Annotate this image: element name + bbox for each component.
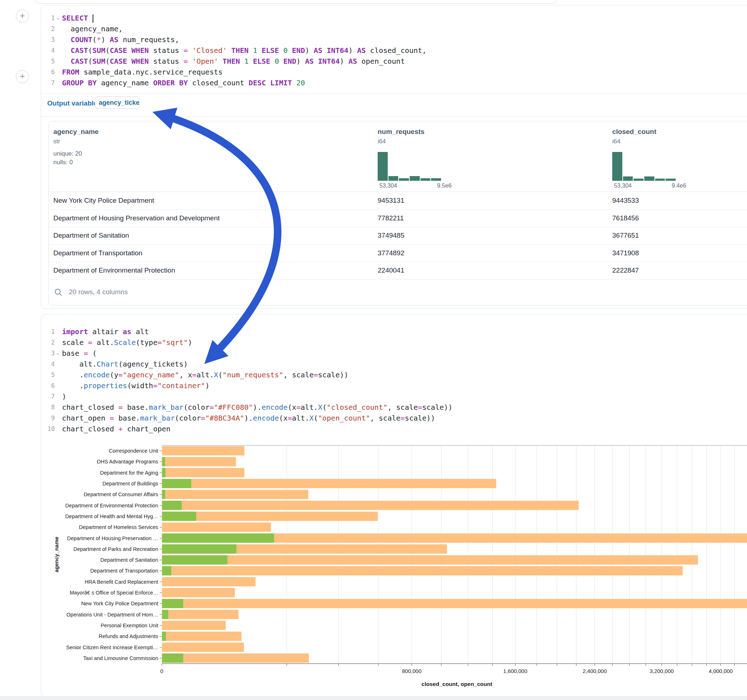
line-number: 3 [41, 348, 55, 359]
y-category-label: Senior Citizen Rent Increase Exempti… [66, 644, 158, 650]
hist-min-label: 53,304 [380, 183, 397, 189]
bar-open_count [162, 610, 168, 619]
bar-closed_count [162, 468, 245, 477]
code-line[interactable]: 7GROUP BY agency_name ORDER BY closed_co… [41, 77, 747, 88]
code-line[interactable]: 7) [41, 391, 747, 402]
bar-closed_count [162, 457, 236, 466]
line-number: 4 [41, 45, 55, 56]
table-row[interactable]: Department of Housing Preservation and D… [48, 210, 747, 228]
code-line[interactable]: 9chart_open = base.mark_bar(color="#8BC3… [41, 413, 747, 424]
line-number: 8 [41, 402, 55, 413]
line-number: 5 [41, 370, 55, 380]
bar-closed_count [162, 446, 245, 456]
code-line[interactable]: 3⌄base = ( [41, 348, 747, 359]
code-line[interactable]: 10chart_closed + chart_open [41, 424, 747, 434]
bar-closed_count [162, 610, 239, 619]
bar-open_count [162, 653, 183, 663]
bar-closed_count [162, 479, 496, 488]
bar-open_count [162, 566, 171, 575]
line-number: 6 [41, 66, 55, 77]
bar-open_count [162, 599, 183, 608]
bar-open_count [162, 545, 237, 554]
line-number: 2 [41, 23, 55, 34]
bar-open_count [162, 490, 165, 499]
column-header-closed-count[interactable]: closed_count [612, 128, 656, 136]
y-category-label: Department of Homeless Services [79, 524, 158, 530]
y-category-label: Department of Parks and Recreation [74, 546, 158, 552]
x-tick-label: 0 [160, 668, 163, 674]
bar-closed_count [162, 588, 235, 597]
bar-closed_count [162, 577, 256, 587]
code-line[interactable]: 4 alt.Chart(agency_tickets) [41, 359, 747, 370]
line-number: 7 [41, 77, 55, 88]
histogram-bar [378, 152, 388, 181]
output-variable-input[interactable]: agency_tickets [95, 97, 139, 109]
output-variable-label: Output variable: [47, 100, 100, 107]
code-line[interactable]: 2 agency_name, [41, 23, 747, 34]
column-header-num-requests[interactable]: num_requests [378, 128, 425, 136]
code-line[interactable]: 3 COUNT(*) AS num_requests, [41, 34, 747, 45]
bar-open_count [162, 533, 274, 543]
code-line[interactable]: 5 CAST(SUM(CASE WHEN status = 'Open' THE… [41, 56, 747, 66]
histogram-bar [399, 178, 409, 181]
sql-cell: 1⌄SELECT 2 agency_name,3 COUNT(*) AS num… [41, 5, 747, 309]
histogram-bar [389, 176, 399, 181]
add-cell-button-output[interactable]: + [16, 70, 29, 83]
closed-count-histogram [612, 152, 676, 181]
x-tick-label: 4,000,000 [709, 668, 733, 674]
altair-bar-chart: 0800,0001,600,0002,400,0003,200,0004,000… [48, 441, 747, 692]
sql-code-editor[interactable]: 1⌄SELECT 2 agency_name,3 COUNT(*) AS num… [41, 13, 747, 88]
table-cell: Department of Environmental Protection [53, 262, 175, 279]
table-cell: 3677651 [612, 227, 639, 244]
output-variable-row: Output variable: agency_tickets [41, 93, 747, 116]
bar-open_count [162, 457, 165, 466]
hist-min-label: 53,304 [614, 183, 632, 189]
table-row[interactable]: New York City Police Department945313194… [48, 192, 747, 210]
histogram-bar [644, 177, 655, 181]
code-line[interactable]: 8chart_closed = base.mark_bar(color="#FF… [41, 402, 747, 413]
bar-closed_count [162, 653, 309, 663]
code-line[interactable]: 1⌄SELECT [41, 13, 747, 23]
column-header-agency-name[interactable]: agency_name [53, 128, 99, 136]
table-cell: 2222847 [612, 262, 639, 279]
histogram-bar [665, 179, 676, 181]
table-cell: 2240041 [378, 262, 404, 279]
column-stat-unique: unique: 20 [53, 150, 82, 157]
bar-open_count [162, 632, 166, 641]
next-cell-gap [0, 696, 747, 700]
search-icon[interactable] [54, 288, 63, 297]
table-row[interactable]: Department of Environmental Protection22… [48, 262, 747, 280]
code-line[interactable]: 2scale = alt.Scale(type="sqrt") [41, 337, 747, 348]
histogram-bar [655, 179, 665, 181]
y-axis-title: agency_name [53, 537, 59, 572]
line-number: 4 [41, 359, 55, 370]
code-line[interactable]: 1import altair as alt [41, 326, 747, 337]
code-line[interactable]: 5 .encode(y="agency_name", x=alt.X("num_… [41, 370, 747, 380]
x-tick-label: 2,400,000 [583, 668, 607, 674]
y-category-label: Department of Environmental Protection [65, 503, 158, 508]
fold-chevron-icon[interactable]: ⌄ [56, 12, 59, 23]
table-row[interactable]: Department of Transportation377489234719… [48, 244, 747, 262]
add-cell-button-top[interactable]: + [16, 10, 29, 23]
table-cell: 9443533 [612, 192, 639, 210]
previous-cell-bottom-edge [34, 0, 557, 4]
line-number: 9 [41, 413, 55, 424]
line-number: 2 [41, 337, 55, 348]
histogram-bar [431, 178, 441, 181]
bar-closed_count [162, 632, 242, 641]
fold-chevron-icon[interactable]: ⌄ [56, 347, 59, 358]
y-category-label: HRA Benefit Card Replacement [85, 579, 158, 585]
line-number: 10 [41, 424, 55, 434]
code-line[interactable]: 4 CAST(SUM(CASE WHEN status = 'Closed' T… [41, 45, 747, 56]
code-line[interactable]: 6FROM sample_data.nyc.service_requests [41, 66, 747, 77]
table-footer: 20 rows, 4 columns [48, 279, 747, 305]
table-row[interactable]: Department of Sanitation37494853677651 [48, 227, 747, 245]
table-cell: Department of Transportation [53, 244, 142, 262]
y-category-label: Department of Consumer Affairs [83, 492, 158, 497]
bar-closed_count [162, 555, 698, 564]
histogram-bar [420, 178, 431, 181]
bar-closed_count [162, 501, 579, 510]
python-code-editor[interactable]: 1import altair as alt2scale = alt.Scale(… [41, 326, 747, 434]
bar-closed_count [162, 643, 244, 652]
code-line[interactable]: 6 .properties(width="container") [41, 380, 747, 391]
